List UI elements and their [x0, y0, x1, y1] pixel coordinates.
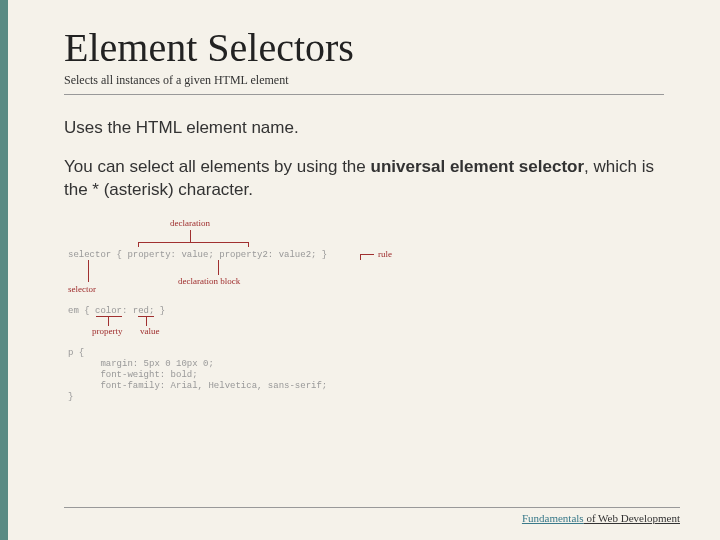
line-declaration-r	[248, 242, 249, 247]
paragraph-2: You can select all elements by using the…	[64, 156, 664, 202]
paragraph-1: Uses the HTML element name.	[64, 117, 664, 140]
code-ex2-l1: p {	[68, 348, 84, 358]
footer-accent: Fundamentals	[522, 512, 584, 524]
line-declblock-v	[218, 260, 219, 275]
slide-content: Element Selectors Selects all instances …	[0, 0, 720, 418]
line-declaration-h	[138, 242, 248, 243]
css-syntax-diagram: declaration selector { property: value; …	[68, 218, 664, 418]
code-ex2-l3: font-weight: bold;	[68, 370, 198, 380]
line-prop-h	[96, 316, 122, 317]
code-example1: em { color: red; }	[68, 306, 165, 316]
line-val-v	[146, 316, 147, 326]
code-ex2-l5: }	[68, 392, 73, 402]
line-declaration-v	[190, 230, 191, 242]
line-declaration-l	[138, 242, 139, 247]
line-rule-h	[360, 254, 374, 255]
label-selector: selector	[68, 284, 96, 294]
label-property: property	[92, 326, 123, 336]
footer-rest: of Web Development	[584, 512, 680, 524]
line-prop-v	[108, 316, 109, 326]
label-value: value	[140, 326, 160, 336]
code-syntax: selector { property: value; property2: v…	[68, 250, 327, 260]
para2-part-a: You can select all elements by using the	[64, 157, 371, 176]
label-declaration-block: declaration block	[178, 276, 240, 286]
slide-subtitle: Selects all instances of a given HTML el…	[64, 73, 664, 88]
accent-bar	[0, 0, 8, 540]
para2-bold: universal element selector	[371, 157, 585, 176]
label-rule: rule	[378, 249, 392, 259]
slide-title: Element Selectors	[64, 24, 664, 71]
title-divider	[64, 94, 664, 95]
slide-footer: Fundamentals of Web Development	[64, 507, 680, 524]
label-declaration: declaration	[170, 218, 210, 228]
line-selector-v	[88, 260, 89, 282]
code-ex2-l4: font-family: Arial, Helvetica, sans-seri…	[68, 381, 327, 391]
code-ex2-l2: margin: 5px 0 10px 0;	[68, 359, 214, 369]
